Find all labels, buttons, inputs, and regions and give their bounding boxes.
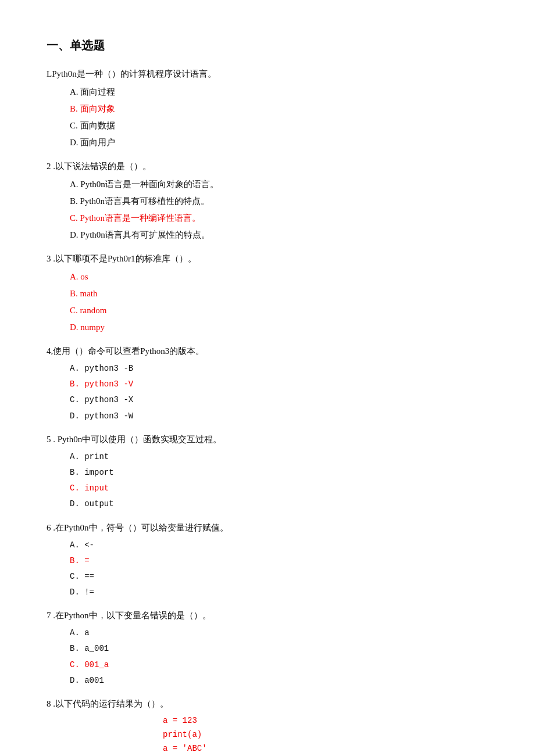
option-4-0: A. python3 -B — [70, 361, 488, 376]
option-2-2: C. Python语言是一种编译性语言。 — [70, 210, 488, 226]
option-7-2: C. 001_a — [70, 658, 488, 672]
option-1-2: C. 面向数据 — [70, 118, 488, 134]
options-2: A. Pyth0n语言是一种面向对象的语言。B. Pyth0n语言具有可移植性的… — [47, 177, 488, 243]
options-7: A. aB. a_001C. 001_aD. a001 — [47, 626, 488, 688]
option-2-3: D. Pyth0n语言具有可扩展性的特点。 — [70, 227, 488, 243]
question-block-5: 5 . Pyth0n中可以使用（）函数实现交互过程。A. printB. imp… — [47, 432, 488, 512]
option-1-0: A. 面向过程 — [70, 84, 488, 100]
question-block-8: 8 .以下代码的运行结果为（）。a = 123print(a)a = 'ABC' — [47, 696, 488, 755]
option-7-3: D. a001 — [70, 673, 488, 688]
question-block-7: 7 .在Python中，以下变量名错误的是（）。A. aB. a_001C. 0… — [47, 608, 488, 688]
section-title: 一、单选题 — [47, 35, 488, 56]
option-6-3: D. != — [70, 585, 488, 600]
option-6-0: A. <- — [70, 538, 488, 553]
code-block-8: a = 123print(a)a = 'ABC' — [47, 714, 488, 755]
question-block-1: LPyth0n是一种（）的计算机程序设计语言。A. 面向过程B. 面向对象C. … — [47, 66, 488, 151]
option-1-1: B. 面向对象 — [70, 101, 488, 117]
options-5: A. printB. importC. inputD. output — [47, 450, 488, 512]
option-7-1: B. a_001 — [70, 642, 488, 656]
option-5-3: D. output — [70, 497, 488, 511]
code-line: a = 123 — [163, 714, 488, 728]
options-1: A. 面向过程B. 面向对象C. 面向数据D. 面向用户 — [47, 84, 488, 151]
option-4-3: D. python3 -W — [70, 409, 488, 424]
option-7-0: A. a — [70, 626, 488, 640]
code-line: a = 'ABC' — [163, 742, 488, 756]
options-4: A. python3 -BB. python3 -VC. python3 -XD… — [47, 361, 488, 424]
question-text-4: 4,使用（）命令可以查看Python3的版本。 — [47, 343, 488, 359]
question-text-7: 7 .在Python中，以下变量名错误的是（）。 — [47, 608, 488, 624]
option-2-1: B. Pyth0n语言具有可移植性的特点。 — [70, 194, 488, 209]
question-text-8: 8 .以下代码的运行结果为（）。 — [47, 696, 488, 712]
option-5-1: B. import — [70, 465, 488, 480]
option-3-0: A. os — [70, 269, 488, 285]
question-block-4: 4,使用（）命令可以查看Python3的版本。A. python3 -BB. p… — [47, 343, 488, 424]
question-text-6: 6 .在Pyth0n中，符号（）可以给变量进行赋值。 — [47, 520, 488, 536]
question-block-6: 6 .在Pyth0n中，符号（）可以给变量进行赋值。A. <-B. =C. ==… — [47, 520, 488, 600]
question-block-2: 2 .以下说法错误的是（）。A. Pyth0n语言是一种面向对象的语言。B. P… — [47, 159, 488, 243]
option-5-0: A. print — [70, 450, 488, 464]
options-6: A. <-B. =C. ==D. != — [47, 538, 488, 600]
option-3-2: C. random — [70, 303, 488, 318]
option-4-1: B. python3 -V — [70, 377, 488, 392]
option-1-3: D. 面向用户 — [70, 135, 488, 151]
option-6-1: B. = — [70, 554, 488, 568]
option-3-3: D. numpy — [70, 320, 488, 335]
question-text-1: LPyth0n是一种（）的计算机程序设计语言。 — [47, 66, 488, 82]
code-line: print(a) — [163, 728, 488, 742]
option-3-1: B. math — [70, 286, 488, 302]
option-4-2: C. python3 -X — [70, 393, 488, 407]
option-6-2: C. == — [70, 569, 488, 584]
options-3: A. osB. mathC. randomD. numpy — [47, 269, 488, 335]
option-5-2: C. input — [70, 481, 488, 496]
question-text-5: 5 . Pyth0n中可以使用（）函数实现交互过程。 — [47, 432, 488, 447]
question-block-3: 3 .以下哪项不是Pyth0r1的标准库（）。A. osB. mathC. ra… — [47, 251, 488, 335]
question-text-2: 2 .以下说法错误的是（）。 — [47, 159, 488, 174]
question-text-3: 3 .以下哪项不是Pyth0r1的标准库（）。 — [47, 251, 488, 267]
option-2-0: A. Pyth0n语言是一种面向对象的语言。 — [70, 177, 488, 192]
